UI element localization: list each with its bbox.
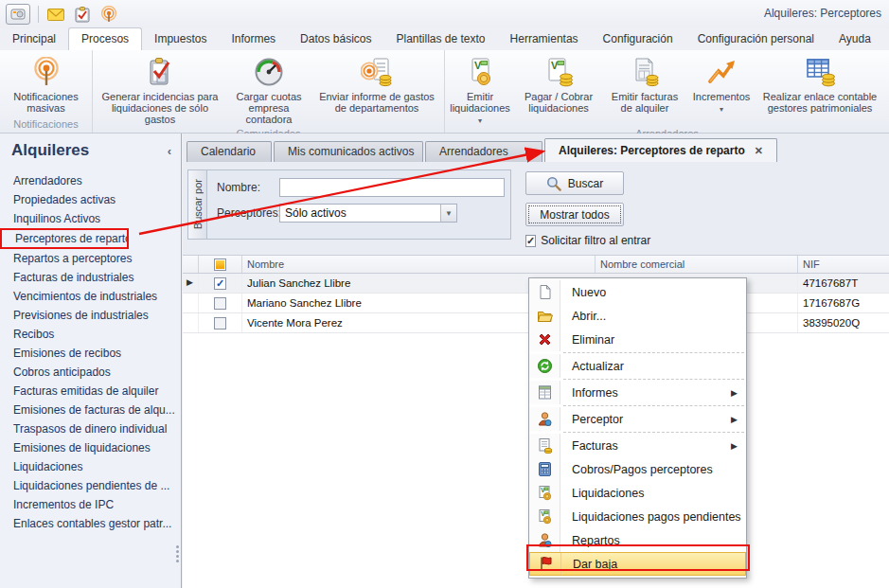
- notificaciones-masivas-button[interactable]: Notificaciones masivas: [1, 52, 91, 116]
- sidebar-item-cobros-anticipados[interactable]: Cobros anticipados: [0, 363, 181, 382]
- context-menu-item-dar-baja[interactable]: Dar baja: [529, 552, 746, 576]
- sidebar-resize-grip[interactable]: [176, 545, 179, 562]
- context-menu-item-nuevo[interactable]: Nuevo: [529, 280, 746, 304]
- sidebar-item-arrendadores[interactable]: Arrendadores: [0, 171, 181, 190]
- person-icon: [537, 411, 553, 427]
- report-icon: [537, 384, 553, 401]
- context-menu-item-liquidaciones-pendientes[interactable]: V Liquidaciones pagos pendientes: [529, 505, 746, 528]
- sidebar-title: Alquileres: [11, 141, 89, 160]
- sidebar-item-emisiones-facturas[interactable]: Emisiones de facturas de alqu...: [0, 401, 181, 419]
- emitir-liquidaciones-button[interactable]: V Emitir liquidaciones ▾: [446, 52, 514, 125]
- context-menu-item-facturas[interactable]: Facturas ▶: [529, 434, 746, 457]
- sidebar-item-vencimientos-industriales[interactable]: Vencimientos de industriales: [0, 287, 181, 306]
- sidebar-item-facturas-industriales[interactable]: Facturas de industriales: [0, 268, 181, 287]
- toolbar-separator: [38, 6, 39, 23]
- sidebar-item-recibos[interactable]: Recibos: [0, 325, 181, 344]
- enlace-contable-button[interactable]: Realizar enlace contable gestores patrim…: [756, 52, 883, 125]
- context-menu-item-abrir[interactable]: Abrir...: [529, 304, 746, 328]
- menu-tab-configuracion-personal[interactable]: Configuración personal: [685, 28, 827, 50]
- menu-tab-herramientas[interactable]: Herramientas: [498, 28, 591, 50]
- sidebar-item-previsiones-industriales[interactable]: Previsiones de industriales: [0, 306, 181, 325]
- menu-tab-configuracion[interactable]: Configuración: [591, 28, 685, 50]
- new-document-icon: [537, 284, 553, 300]
- select-all-checkbox[interactable]: [214, 258, 226, 271]
- notifications-button[interactable]: [99, 5, 118, 24]
- ribbon-button-label: Emitir liquidaciones: [450, 91, 510, 114]
- dropdown-arrow-icon: ▾: [720, 105, 723, 114]
- context-menu-item-liquidaciones[interactable]: V Liquidaciones: [529, 481, 746, 505]
- sidebar-item-propiedades-activas[interactable]: Propiedades activas: [0, 190, 181, 209]
- emitir-facturas-button[interactable]: Emitir facturas de alquiler: [603, 52, 686, 125]
- row-checkbox[interactable]: [214, 317, 226, 330]
- document-coins-icon: V: [543, 55, 574, 89]
- mostrar-todos-button[interactable]: Mostrar todos: [525, 203, 624, 226]
- row-checkbox[interactable]: ✓: [214, 277, 226, 290]
- broadcast-icon: [100, 6, 117, 23]
- sidebar-collapse-icon[interactable]: ‹: [168, 144, 171, 158]
- context-menu-item-repartos[interactable]: Repartos: [529, 528, 746, 552]
- tab-close-icon[interactable]: ✕: [755, 139, 763, 162]
- tab-label: Alquileres: Perceptores de reparto: [559, 139, 745, 162]
- header-row-selector: [183, 256, 199, 273]
- buscar-button-label: Buscar: [568, 177, 603, 190]
- open-folder-icon: [537, 308, 553, 324]
- sidebar-item-emisiones-liquidaciones[interactable]: Emisiones de liquidaciones: [0, 438, 181, 457]
- solicitar-filtro-checkbox-row: ✓ Solicitar filtro al entrar: [525, 234, 630, 247]
- context-menu-item-actualizar[interactable]: Actualizar: [529, 354, 746, 378]
- ribbon-group-arrendadores: V Emitir liquidaciones ▾ V: [445, 50, 889, 133]
- ribbon-button-label: Generar incidencias para liquidaciones d…: [98, 91, 222, 125]
- column-header-nombre-comercial[interactable]: Nombre comercial: [596, 256, 798, 273]
- menu-tab-principal[interactable]: Principal: [0, 28, 68, 50]
- tasks-button[interactable]: [73, 5, 92, 24]
- sidebar-item-inquilinos-activos[interactable]: Inquilinos Activos: [0, 209, 181, 228]
- perceptores-dropdown[interactable]: Sólo activos ▼: [279, 204, 457, 223]
- context-menu-item-informes[interactable]: Informes ▶: [529, 381, 746, 404]
- row-checkbox[interactable]: [214, 297, 226, 310]
- person-icon: [537, 532, 553, 548]
- buscar-button[interactable]: Buscar: [525, 171, 624, 195]
- ribbon-button-label: Notificaciones masivas: [5, 91, 87, 114]
- sidebar-item-facturas-emitidas[interactable]: Facturas emitidas de alquiler: [0, 382, 181, 401]
- menu-tab-impuestos[interactable]: Impuestos: [142, 28, 219, 50]
- buscar-por-strip[interactable]: Buscar por: [188, 170, 207, 239]
- column-header-nif[interactable]: NIF: [798, 256, 889, 273]
- menu-tab-datos-basicos[interactable]: Datos básicos: [288, 28, 383, 50]
- ribbon-group-label: Notificaciones: [0, 117, 92, 133]
- sidebar-item-incrementos-ipc[interactable]: Incrementos de IPC: [0, 495, 181, 514]
- app-menu-button[interactable]: [6, 4, 30, 25]
- incrementos-button[interactable]: Incrementos▾: [686, 52, 756, 125]
- sidebar-item-liquidaciones-pendientes[interactable]: Liquidaciones pendientes de ...: [0, 476, 181, 495]
- pagar-cobrar-liquidaciones-button[interactable]: V Pagar / Cobrar liquidaciones: [514, 52, 603, 125]
- solicitar-filtro-checkbox[interactable]: ✓: [525, 235, 536, 247]
- mail-button[interactable]: [46, 5, 65, 24]
- menu-tab-informes[interactable]: Informes: [219, 28, 288, 50]
- menu-tab-ayuda[interactable]: Ayuda: [827, 28, 883, 50]
- generar-incidencias-button[interactable]: Generar incidencias para liquidaciones d…: [94, 52, 226, 125]
- tab-mis-comunicados-activos[interactable]: Mis comunicados activos: [274, 141, 423, 162]
- ribbon-button-label: Incrementos: [693, 91, 751, 102]
- document-tab-strip: Calendario Mis comunicados activos Arren…: [183, 138, 889, 162]
- menu-tab-plantillas[interactable]: Plantillas de texto: [383, 28, 497, 50]
- nombre-input[interactable]: [279, 178, 505, 197]
- sidebar-item-enlaces-contables[interactable]: Enlaces contables gestor patr...: [0, 514, 181, 533]
- tab-calendario[interactable]: Calendario: [187, 141, 272, 162]
- perceptores-label: Perceptores:: [217, 206, 279, 220]
- filter-panel: Buscar por Nombre: Perceptores: Sólo act…: [187, 169, 511, 240]
- sidebar-item-perceptores-de-reparto[interactable]: Perceptores de reparto: [0, 228, 129, 249]
- tab-arrendadores[interactable]: Arrendadores: [425, 141, 542, 162]
- tab-alquileres-perceptores-de-reparto[interactable]: Alquileres: Perceptores de reparto ✕: [544, 138, 777, 162]
- menu-tab-procesos[interactable]: Procesos: [68, 27, 142, 50]
- column-header-nombre[interactable]: Nombre: [242, 256, 596, 273]
- menu-separator: [563, 405, 744, 406]
- chevron-down-icon[interactable]: ▼: [440, 205, 456, 222]
- cargar-cuotas-button[interactable]: Cargar cuotas empresa contadora: [226, 52, 311, 125]
- enviar-informe-gastos-button[interactable]: Enviar informe de gastos de departamento…: [311, 52, 442, 125]
- sidebar-item-traspasos-dinero[interactable]: Traspasos de dinero individual: [0, 419, 181, 438]
- sidebar-item-repartos-a-perceptores[interactable]: Repartos a perceptores: [0, 249, 181, 268]
- sidebar-item-liquidaciones[interactable]: Liquidaciones: [0, 457, 181, 476]
- sidebar-item-emisiones-recibos[interactable]: Emisiones de recibos: [0, 344, 181, 363]
- context-menu-item-perceptor[interactable]: Perceptor ▶: [529, 407, 746, 431]
- search-icon: [546, 176, 561, 191]
- context-menu-item-cobros-pagos[interactable]: Cobros/Pagos perceptores: [529, 457, 746, 481]
- context-menu-item-eliminar[interactable]: Eliminar: [529, 328, 746, 351]
